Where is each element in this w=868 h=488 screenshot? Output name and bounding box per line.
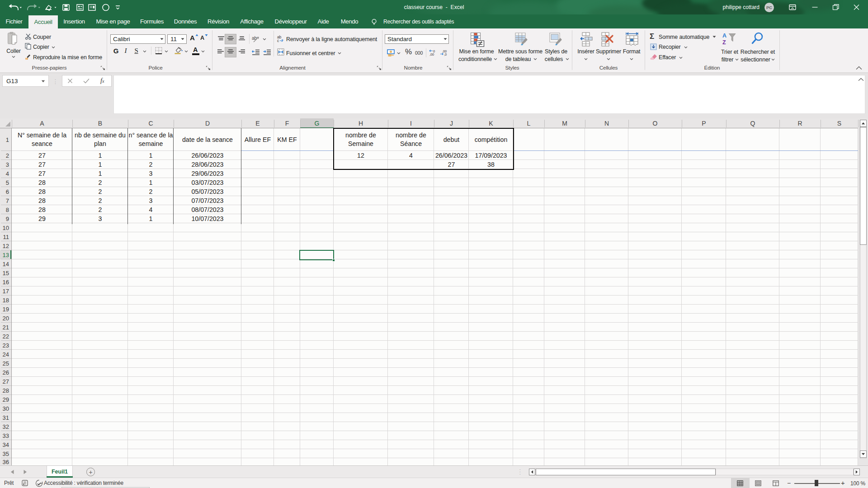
svg-text:A: A <box>722 33 726 39</box>
svg-text:,0: ,0 <box>444 52 447 56</box>
svg-text:,00: ,00 <box>429 52 434 56</box>
svg-text:ab: ab <box>252 36 257 41</box>
svg-text:Z: Z <box>722 39 726 46</box>
